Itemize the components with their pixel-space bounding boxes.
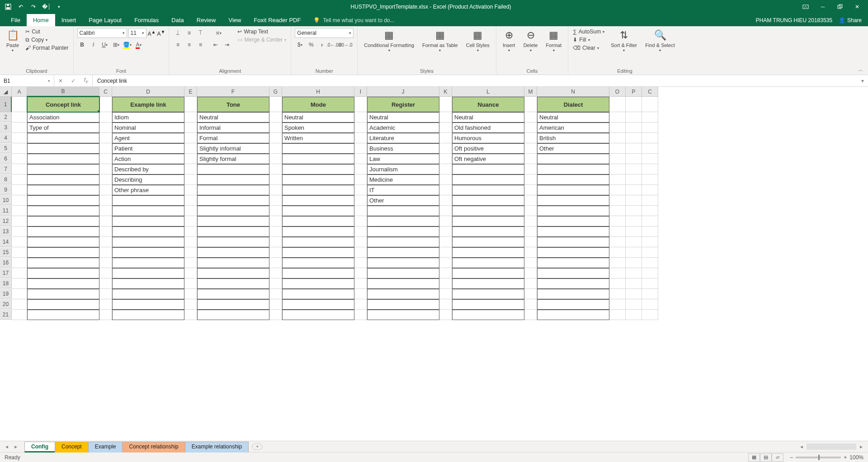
- cell-A5[interactable]: [12, 143, 27, 154]
- row-header-2[interactable]: 2: [0, 112, 12, 122]
- cell-C14[interactable]: [642, 237, 658, 247]
- cell-L10[interactable]: [452, 195, 524, 206]
- merge-center-button[interactable]: ▭Merge & Center ▾: [236, 36, 287, 43]
- cell-C9[interactable]: [99, 185, 112, 195]
- conditional-formatting-button[interactable]: ▦Conditional Formatting▾: [361, 28, 417, 54]
- row-header-6[interactable]: 6: [0, 154, 12, 164]
- cell-G1[interactable]: [269, 97, 282, 112]
- cell-M13[interactable]: [524, 226, 537, 237]
- sheet-tab-concept[interactable]: Concept: [55, 442, 89, 453]
- cell-I14[interactable]: [354, 237, 367, 247]
- cell-K4[interactable]: [439, 133, 452, 143]
- cell-C5[interactable]: [99, 143, 112, 154]
- spreadsheet-grid[interactable]: ◢ABCDEFGHIJKLMNOPC1Concept linkExample l…: [0, 87, 868, 320]
- align-top-icon[interactable]: ⟘: [173, 28, 183, 38]
- cell-J16[interactable]: [367, 258, 439, 268]
- cell-B20[interactable]: [27, 299, 99, 310]
- cell-L17[interactable]: [452, 268, 524, 278]
- cell-C21[interactable]: [642, 310, 658, 320]
- cell-D3[interactable]: Nominal: [112, 123, 184, 133]
- cell-B14[interactable]: [27, 237, 99, 247]
- cell-P17[interactable]: [626, 268, 642, 278]
- cell-D8[interactable]: Describing: [112, 174, 184, 185]
- cell-D9[interactable]: Other phrase: [112, 185, 184, 195]
- cell-A8[interactable]: [12, 174, 27, 185]
- cell-F18[interactable]: [197, 278, 269, 289]
- cell-N8[interactable]: [537, 174, 609, 185]
- cell-C1[interactable]: [99, 97, 112, 112]
- cell-I8[interactable]: [354, 174, 367, 185]
- cell-J13[interactable]: [367, 226, 439, 237]
- sheet-tab-example relationship[interactable]: Example relationship: [185, 442, 249, 453]
- col-header-H[interactable]: H: [282, 87, 354, 97]
- cell-J14[interactable]: [367, 237, 439, 247]
- cell-G4[interactable]: [269, 133, 282, 143]
- cell-G8[interactable]: [269, 174, 282, 185]
- tab-data[interactable]: Data: [165, 14, 190, 26]
- cell-O12[interactable]: [609, 216, 626, 226]
- row-header-7[interactable]: 7: [0, 164, 12, 174]
- cell-P11[interactable]: [626, 206, 642, 216]
- cell-G17[interactable]: [269, 268, 282, 278]
- cell-P6[interactable]: [626, 154, 642, 164]
- col-header-K[interactable]: K: [439, 87, 452, 97]
- cell-K5[interactable]: [439, 143, 452, 154]
- cell-I20[interactable]: [354, 299, 367, 310]
- underline-button[interactable]: U▾: [100, 40, 110, 50]
- cell-P18[interactable]: [626, 278, 642, 289]
- col-header-P[interactable]: P: [626, 87, 642, 97]
- cell-J2[interactable]: Neutral: [367, 112, 439, 123]
- cell-B11[interactable]: [27, 206, 99, 216]
- cell-D1[interactable]: Example link: [112, 97, 184, 112]
- row-header-8[interactable]: 8: [0, 174, 12, 184]
- cell-E16[interactable]: [184, 258, 197, 268]
- cell-M5[interactable]: [524, 143, 537, 154]
- cell-I19[interactable]: [354, 289, 367, 299]
- cell-O11[interactable]: [609, 206, 626, 216]
- cell-K13[interactable]: [439, 226, 452, 237]
- col-header-A[interactable]: A: [12, 87, 27, 97]
- cell-B12[interactable]: [27, 216, 99, 226]
- cell-D18[interactable]: [112, 278, 184, 289]
- tab-view[interactable]: View: [222, 14, 247, 26]
- cell-F10[interactable]: [197, 195, 269, 206]
- col-header-N[interactable]: N: [537, 87, 609, 97]
- cell-A13[interactable]: [12, 226, 27, 237]
- cell-B16[interactable]: [27, 258, 99, 268]
- cell-N17[interactable]: [537, 268, 609, 278]
- cell-G11[interactable]: [269, 206, 282, 216]
- cell-C20[interactable]: [99, 299, 112, 310]
- cell-A14[interactable]: [12, 237, 27, 247]
- row-header-14[interactable]: 14: [0, 237, 12, 247]
- cell-B1[interactable]: Concept link: [27, 97, 99, 112]
- cell-E18[interactable]: [184, 278, 197, 289]
- ribbon-options-icon[interactable]: [797, 0, 814, 13]
- tab-insert[interactable]: Insert: [55, 14, 83, 26]
- cell-C12[interactable]: [642, 216, 658, 226]
- cell-K1[interactable]: [439, 97, 452, 112]
- cell-N3[interactable]: American: [537, 123, 609, 133]
- cell-E9[interactable]: [184, 185, 197, 195]
- cell-C13[interactable]: [642, 226, 658, 237]
- cell-H1[interactable]: Mode: [282, 97, 354, 112]
- cell-C10[interactable]: [99, 195, 112, 206]
- cell-H13[interactable]: [282, 226, 354, 237]
- cell-C8[interactable]: [99, 174, 112, 185]
- cell-G5[interactable]: [269, 143, 282, 154]
- orientation-icon[interactable]: ⤭▾: [213, 28, 223, 38]
- cell-E20[interactable]: [184, 299, 197, 310]
- cell-A20[interactable]: [12, 299, 27, 310]
- cell-E7[interactable]: [184, 164, 197, 174]
- hscroll-right-icon[interactable]: ▸: [857, 443, 865, 450]
- cell-C4[interactable]: [642, 133, 658, 143]
- cell-C9[interactable]: [642, 185, 658, 195]
- cell-N15[interactable]: [537, 247, 609, 258]
- cell-M8[interactable]: [524, 174, 537, 185]
- cell-J10[interactable]: Other: [367, 195, 439, 206]
- tab-formulas[interactable]: Formulas: [128, 14, 165, 26]
- row-header-4[interactable]: 4: [0, 133, 12, 143]
- cell-K12[interactable]: [439, 216, 452, 226]
- cell-G13[interactable]: [269, 226, 282, 237]
- cell-F1[interactable]: Tone: [197, 97, 269, 112]
- cell-N9[interactable]: [537, 185, 609, 195]
